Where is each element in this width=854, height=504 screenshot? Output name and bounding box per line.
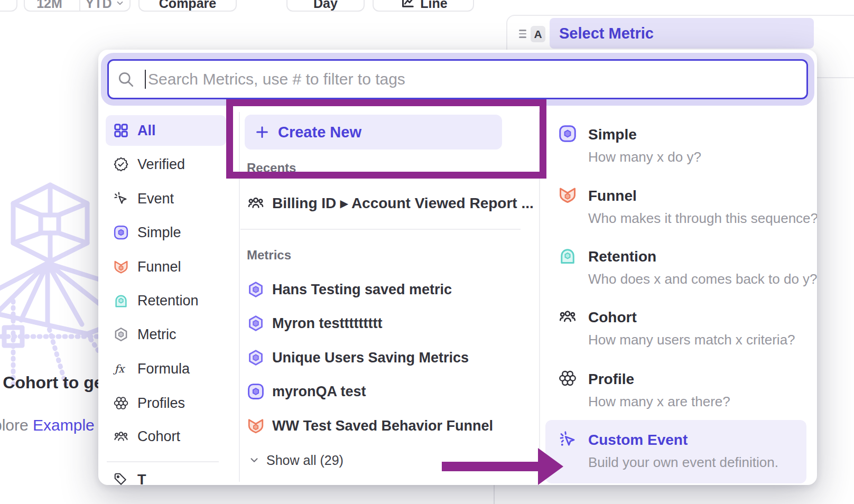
type-option-title: Custom Event bbox=[588, 430, 688, 451]
type-option-desc: How many x do y? bbox=[588, 147, 701, 166]
grid-icon bbox=[113, 123, 129, 138]
metric-hexagon-icon bbox=[113, 326, 129, 342]
metric-item-label: myronQA test bbox=[272, 384, 366, 400]
type-option-desc: Build your own event definition. bbox=[588, 453, 778, 472]
type-option-custom-event[interactable]: Custom Event Build your own event defini… bbox=[545, 420, 806, 483]
metric-item-label: Myron testtttttttt bbox=[272, 315, 382, 332]
metric-list-item[interactable]: WW Test Saved Behavior Funnel bbox=[247, 413, 522, 438]
sidebar-item-verified[interactable]: Verified bbox=[106, 149, 226, 180]
range-ytd-label: YTD bbox=[86, 0, 112, 11]
metrics-section-label: Metrics bbox=[247, 247, 291, 264]
text-cursor bbox=[145, 70, 146, 89]
metric-list-item[interactable]: Unique Users Saving Metrics bbox=[247, 345, 522, 370]
type-option-simple[interactable]: Simple How many x do y? bbox=[545, 117, 806, 176]
metric-list-item[interactable]: myronQA test bbox=[247, 379, 522, 404]
show-all-toggle[interactable]: Show all (29) bbox=[248, 447, 344, 473]
event-cursor-icon bbox=[113, 191, 129, 207]
sidebar-item-event[interactable]: Event bbox=[106, 183, 226, 214]
date-range-segmented-control: 12M YTD bbox=[24, 0, 131, 12]
sidebar-item-profiles[interactable]: Profiles bbox=[106, 388, 226, 418]
toolbar-partial-button[interactable] bbox=[0, 0, 17, 12]
sidebar-item-label: Cohort bbox=[137, 428, 180, 445]
retention-icon bbox=[113, 293, 129, 309]
recent-item-billing[interactable]: Billing ID ▸ Account Viewed Report ... bbox=[247, 190, 522, 216]
svg-text:ƒx: ƒx bbox=[113, 362, 126, 375]
simple-icon bbox=[247, 382, 265, 400]
profiles-icon bbox=[113, 395, 129, 411]
sidebar-item-label: Retention bbox=[137, 293, 199, 309]
retention-icon bbox=[558, 246, 577, 265]
sidebar-item-label: All bbox=[137, 123, 156, 139]
metric-a-badge: A bbox=[531, 26, 545, 42]
sidebar-item-tags-partial[interactable]: T bbox=[106, 464, 226, 485]
sidebar-item-label: Profiles bbox=[137, 395, 185, 412]
tag-icon bbox=[113, 472, 129, 485]
verified-badge-icon bbox=[113, 156, 129, 172]
type-option-funnel[interactable]: Funnel Who makes it through this sequenc… bbox=[545, 178, 806, 237]
granularity-day-button[interactable]: Day bbox=[286, 0, 365, 12]
search-placeholder: Search Metrics, use # to filter to tags bbox=[148, 70, 405, 88]
metric-hexagon-icon bbox=[247, 314, 265, 332]
sidebar-item-metric[interactable]: Metric bbox=[106, 319, 226, 350]
sidebar-item-label: Funnel bbox=[137, 259, 181, 275]
sidebar-item-label: Event bbox=[137, 191, 174, 207]
metric-list-item[interactable]: Hans Testing saved metric bbox=[247, 277, 522, 302]
sidebar-item-cohort[interactable]: Cohort bbox=[106, 421, 226, 452]
type-option-desc: How many users match x criteria? bbox=[588, 330, 795, 349]
select-metric-label: Select Metric bbox=[559, 25, 654, 42]
type-option-desc: How many x are there? bbox=[588, 392, 730, 411]
type-option-title: Cohort bbox=[588, 307, 637, 328]
metric-hexagon-icon bbox=[247, 281, 265, 298]
simple-icon bbox=[558, 124, 577, 143]
metric-hexagon-icon bbox=[247, 349, 265, 367]
simple-icon bbox=[113, 225, 129, 240]
badge-letter: A bbox=[534, 28, 542, 41]
search-icon bbox=[116, 70, 135, 89]
recent-item-label: Billing ID ▸ Account Viewed Report ... bbox=[272, 194, 534, 212]
type-option-desc: Who makes it through this sequence? bbox=[588, 209, 817, 228]
sidebar-item-label: Simple bbox=[137, 225, 181, 241]
type-option-title: Retention bbox=[588, 246, 656, 267]
cohort-icon bbox=[247, 194, 265, 212]
line-chart-icon bbox=[399, 0, 415, 11]
annotation-highlight-box bbox=[226, 99, 546, 179]
metric-item-label: Hans Testing saved metric bbox=[272, 282, 452, 298]
type-option-title: Simple bbox=[588, 124, 637, 145]
type-option-title: Profile bbox=[588, 369, 634, 390]
funnel-icon bbox=[247, 417, 265, 435]
empty-state-subtitle: xplore Example R bbox=[0, 416, 110, 434]
sidebar-item-all[interactable]: All bbox=[106, 115, 226, 146]
metric-search-input[interactable]: Search Metrics, use # to filter to tags bbox=[107, 59, 808, 99]
cohort-icon bbox=[558, 307, 577, 326]
sidebar-item-simple[interactable]: Simple bbox=[106, 217, 226, 248]
funnel-icon bbox=[113, 259, 129, 275]
range-ytd-button[interactable]: YTD bbox=[79, 0, 129, 11]
type-option-cohort[interactable]: Cohort How many users match x criteria? bbox=[545, 300, 806, 359]
drag-handle-icon[interactable] bbox=[519, 27, 526, 40]
select-metric-field[interactable]: Select Metric bbox=[550, 18, 814, 49]
empty-state-title: r Cohort to ge bbox=[0, 373, 104, 393]
sidebar-item-funnel[interactable]: Funnel bbox=[106, 251, 226, 282]
middle-divider bbox=[240, 229, 521, 230]
chevron-down-icon bbox=[115, 0, 125, 8]
type-option-retention[interactable]: Retention Who does x and comes back to d… bbox=[545, 239, 806, 298]
chevron-down-icon bbox=[248, 454, 260, 466]
day-label: Day bbox=[313, 0, 338, 11]
compare-button[interactable]: Compare bbox=[138, 0, 237, 12]
sidebar-item-label: Metric bbox=[137, 326, 177, 343]
sidebar-item-retention[interactable]: Retention bbox=[106, 285, 226, 316]
metric-list-item[interactable]: Myron testtttttttt bbox=[247, 311, 522, 336]
type-option-profile[interactable]: Profile How many x are there? bbox=[545, 361, 806, 421]
line-label: Line bbox=[420, 0, 447, 11]
compare-label: Compare bbox=[159, 0, 216, 11]
chart-type-line-button[interactable]: Line bbox=[373, 0, 474, 12]
profiles-icon bbox=[558, 369, 577, 388]
range-12m-button[interactable]: 12M bbox=[25, 0, 74, 11]
formula-icon: ƒx bbox=[113, 361, 129, 377]
funnel-icon bbox=[558, 185, 577, 204]
metric-item-label: Unique Users Saving Metrics bbox=[272, 350, 469, 366]
sidebar-item-formula[interactable]: ƒx Formula bbox=[106, 353, 226, 384]
metric-item-label: WW Test Saved Behavior Funnel bbox=[272, 418, 493, 434]
custom-event-icon bbox=[558, 430, 577, 449]
type-option-desc: Who does x and comes back to do y? bbox=[588, 269, 817, 288]
